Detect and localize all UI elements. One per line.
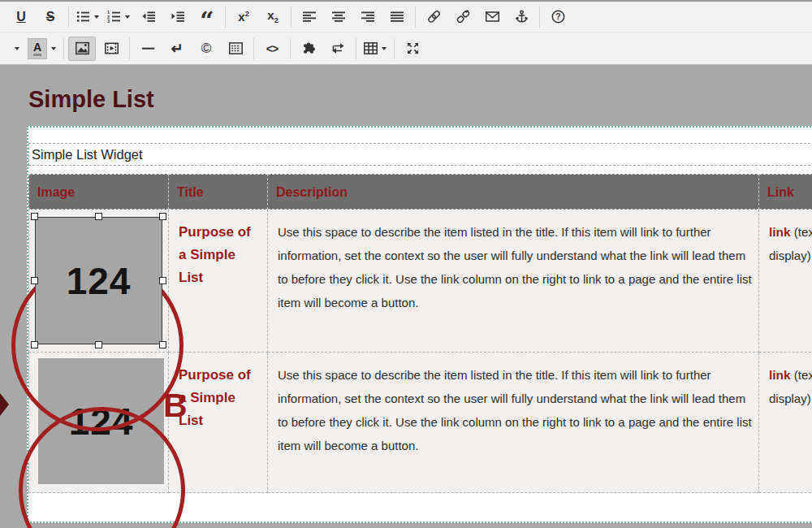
dropdown-caret-button[interactable] bbox=[7, 37, 23, 61]
simple-list-widget[interactable]: Simple List Widget ImageTitleDescription… bbox=[27, 126, 812, 523]
underline-icon: U bbox=[16, 11, 26, 24]
chevron-down-icon bbox=[94, 15, 99, 19]
toolbar-separator bbox=[63, 38, 64, 59]
toolbar-separator bbox=[356, 38, 356, 59]
anchor-button[interactable] bbox=[508, 5, 535, 29]
blockquote-icon: “ bbox=[200, 11, 214, 24]
help-button[interactable]: ? bbox=[544, 5, 572, 29]
repeat-button[interactable] bbox=[324, 37, 352, 61]
image-placeholder[interactable]: 124 bbox=[38, 358, 164, 484]
toolbar-separator bbox=[290, 38, 291, 59]
plugin-icon bbox=[302, 41, 316, 55]
align-left-icon bbox=[303, 10, 317, 24]
text-color-button[interactable]: A bbox=[24, 37, 59, 61]
column-header-title[interactable]: Title bbox=[169, 174, 268, 210]
horizontal-rule-button[interactable] bbox=[134, 37, 162, 61]
selected-image-placeholder[interactable]: 124 bbox=[35, 217, 162, 344]
line-break-icon: ↵ bbox=[171, 41, 183, 56]
link-label: link bbox=[769, 225, 791, 239]
strikethrough-icon: S bbox=[46, 11, 55, 24]
copyright-icon: © bbox=[201, 41, 212, 55]
toolbar-separator bbox=[415, 6, 416, 28]
title-cell[interactable]: Purpose of a Simple List bbox=[169, 210, 268, 353]
fieldset-icon bbox=[229, 41, 243, 55]
chevron-down-icon bbox=[15, 47, 19, 50]
unlink-icon bbox=[456, 10, 470, 24]
indent-button[interactable] bbox=[164, 5, 192, 29]
edge-marker-icon bbox=[0, 393, 9, 416]
copyright-button[interactable]: © bbox=[192, 37, 220, 61]
image-cell[interactable]: 124 bbox=[28, 353, 169, 493]
resize-handle-sw[interactable] bbox=[31, 341, 38, 348]
align-right-button[interactable] bbox=[354, 5, 382, 29]
resize-handle-se[interactable] bbox=[159, 341, 166, 348]
blockquote-button[interactable]: “ bbox=[193, 5, 221, 29]
image-cell[interactable]: 124 bbox=[28, 210, 169, 353]
toolbar-separator bbox=[68, 6, 69, 28]
bulleted-list-button[interactable] bbox=[73, 5, 102, 29]
simple-list-table[interactable]: ImageTitleDescriptionLink124Purpose of a… bbox=[28, 174, 812, 493]
annotation-label-b: B bbox=[163, 387, 188, 425]
column-header-image[interactable]: Image bbox=[28, 174, 169, 210]
resize-handle-s[interactable] bbox=[95, 341, 102, 348]
resize-handle-n[interactable] bbox=[95, 213, 102, 220]
editor-content-area[interactable]: Simple List Simple List Widget ImageTitl… bbox=[0, 65, 812, 528]
chevron-down-icon bbox=[382, 47, 387, 50]
link-cell[interactable]: link (text to display) bbox=[759, 353, 812, 493]
help-icon: ? bbox=[551, 10, 565, 24]
superscript-icon: x2 bbox=[238, 11, 248, 23]
toolbar-separator bbox=[129, 38, 130, 59]
anchor-icon bbox=[515, 10, 529, 24]
link-button[interactable] bbox=[420, 5, 447, 29]
svg-text:?: ? bbox=[555, 11, 560, 21]
chevron-down-icon bbox=[51, 47, 56, 50]
description-cell[interactable]: Use this space to describe the item list… bbox=[268, 353, 759, 493]
superscript-button[interactable]: x2 bbox=[230, 5, 257, 29]
repeat-icon bbox=[331, 41, 345, 55]
mail-button[interactable] bbox=[478, 5, 506, 29]
table-button[interactable] bbox=[361, 37, 390, 61]
resize-handle-w[interactable] bbox=[31, 277, 38, 284]
strikethrough-button[interactable]: S bbox=[37, 5, 64, 29]
svg-text:3: 3 bbox=[107, 19, 110, 24]
resize-handle-ne[interactable] bbox=[159, 213, 166, 220]
resize-handle-nw[interactable] bbox=[31, 213, 38, 220]
image-icon bbox=[76, 41, 89, 55]
resize-handle-e[interactable] bbox=[159, 277, 166, 284]
media-embed-button[interactable] bbox=[97, 37, 125, 61]
horizontal-rule-icon bbox=[141, 41, 155, 55]
numbered-list-button[interactable]: 123 bbox=[104, 5, 133, 29]
media-embed-icon bbox=[105, 41, 119, 55]
subscript-button[interactable]: x2 bbox=[259, 5, 287, 29]
align-center-button[interactable] bbox=[325, 5, 352, 29]
line-break-button[interactable]: ↵ bbox=[163, 37, 191, 61]
toolbar-separator bbox=[225, 6, 226, 28]
bulleted-list-icon bbox=[76, 10, 90, 24]
underline-button[interactable]: U bbox=[7, 5, 35, 29]
align-justify-button[interactable] bbox=[383, 5, 411, 29]
indent-icon bbox=[171, 10, 185, 24]
image-button[interactable] bbox=[68, 37, 96, 61]
link-cell[interactable]: link (text to display) bbox=[759, 210, 812, 353]
align-left-button[interactable] bbox=[296, 5, 323, 29]
text-color-icon: A bbox=[28, 38, 47, 59]
fieldset-button[interactable] bbox=[222, 37, 249, 61]
toolbar-separator bbox=[539, 6, 540, 28]
page-title: Simple List bbox=[28, 86, 154, 113]
column-header-description[interactable]: Description bbox=[268, 174, 759, 210]
maximize-icon bbox=[406, 41, 420, 55]
source-code-icon: <> bbox=[266, 43, 278, 54]
align-justify-icon bbox=[391, 10, 404, 24]
toolbar-row-1: US123“x2x2? bbox=[0, 2, 812, 32]
column-header-link[interactable]: Link bbox=[759, 174, 812, 210]
maximize-button[interactable] bbox=[399, 37, 426, 61]
image-placeholder[interactable]: 124 bbox=[35, 217, 162, 344]
plugin-button[interactable] bbox=[295, 37, 322, 61]
mail-icon bbox=[486, 10, 499, 24]
source-code-button[interactable]: <> bbox=[258, 37, 286, 61]
description-cell[interactable]: Use this space to describe the item list… bbox=[268, 210, 759, 353]
outdent-button[interactable] bbox=[135, 5, 162, 29]
subscript-icon: x2 bbox=[267, 9, 278, 24]
unlink-button[interactable] bbox=[449, 5, 477, 29]
align-center-icon bbox=[332, 10, 346, 24]
